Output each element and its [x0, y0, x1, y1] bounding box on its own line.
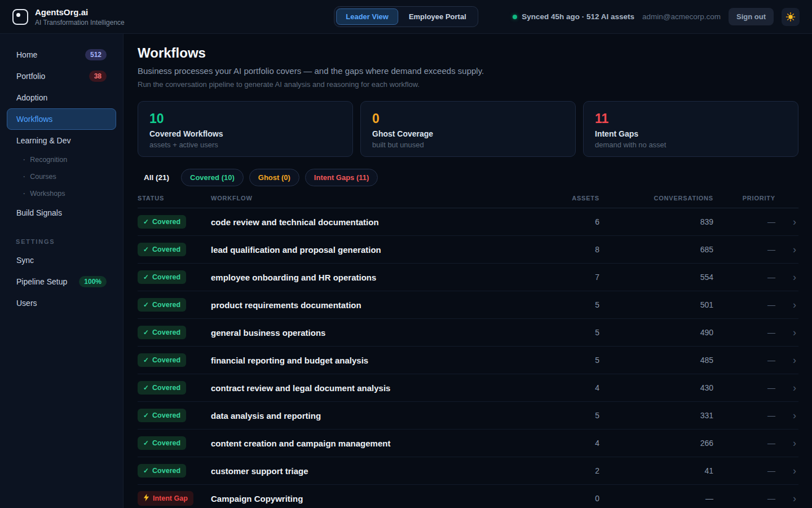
sidebar-item-label: Home [16, 50, 85, 59]
sidebar-item-workshops[interactable]: ·Workshops [7, 185, 116, 202]
assets-count: 6 [521, 217, 599, 226]
priority-value: — [713, 273, 775, 282]
sign-out-button[interactable]: Sign out [729, 8, 774, 25]
workflow-name: contract review and legal document analy… [211, 383, 521, 393]
chevron-right-icon[interactable]: › [775, 327, 798, 338]
filter-tab-all-21[interactable]: All (21) [138, 169, 175, 186]
assets-count: 7 [521, 273, 599, 282]
table-row[interactable]: Intent GapCampaign Copywriting0——› [138, 485, 798, 508]
status-cell: Intent Gap [138, 491, 211, 506]
sidebar-item-learning-dev[interactable]: Learning & Dev [7, 130, 116, 151]
filter-tab-intent-gaps-11[interactable]: Intent Gaps (11) [305, 169, 378, 186]
view-toggle: Leader View Employee Portal [334, 6, 478, 27]
table-row[interactable]: ✓Coveredcustomer support triage241—› [138, 457, 798, 485]
status-badge-label: Covered [152, 218, 180, 226]
sidebar-item-users[interactable]: Users [7, 292, 116, 314]
sidebar-item-build-signals[interactable]: Build Signals [7, 202, 116, 224]
employee-portal-tab[interactable]: Employee Portal [399, 8, 476, 25]
page-hint: Run the conversation pipeline to generat… [138, 80, 798, 89]
check-icon: ✓ [143, 356, 149, 364]
stat-value: 10 [149, 111, 341, 126]
sidebar-item-label: Workshops [30, 190, 107, 198]
column-header-conversations: Conversations [599, 195, 713, 202]
check-icon: ✓ [143, 301, 149, 309]
sidebar-item-label: Courses [30, 173, 107, 181]
table-body: ✓Coveredcode review and technical docume… [138, 208, 798, 508]
status-badge: ✓Covered [138, 436, 186, 450]
sidebar-item-portfolio[interactable]: Portfolio38 [7, 65, 116, 87]
status-badge: ✓Covered [138, 326, 186, 339]
sync-status: Synced 45h ago · 512 AI assets [513, 12, 634, 21]
priority-value: — [713, 328, 775, 337]
table-row[interactable]: ✓Coveredlead qualification and proposal … [138, 236, 798, 264]
conversations-count: 430 [599, 383, 713, 392]
status-badge: ✓Covered [138, 215, 186, 229]
status-cell: ✓Covered [138, 326, 211, 339]
leader-view-tab[interactable]: Leader View [336, 8, 398, 25]
chevron-right-icon[interactable]: › [775, 355, 798, 365]
workflow-name: general business operations [211, 328, 521, 338]
check-icon: ✓ [143, 246, 149, 253]
sidebar-item-recognition[interactable]: ·Recognition [7, 151, 116, 168]
table-row[interactable]: ✓Coveredcontract review and legal docume… [138, 374, 798, 402]
workflow-name: data analysis and reporting [211, 411, 521, 421]
priority-value: — [713, 245, 775, 254]
assets-count: 4 [521, 439, 599, 448]
stat-card-covered-workflows: 10Covered Workflowsassets + active users [138, 101, 353, 157]
chevron-right-icon[interactable]: › [775, 217, 798, 227]
top-header: AgentsOrg.ai AI Transformation Intellige… [0, 0, 812, 34]
sidebar-item-label: Users [16, 299, 107, 308]
table-row[interactable]: ✓Coveredfinancial reporting and budget a… [138, 347, 798, 374]
chevron-right-icon[interactable]: › [775, 244, 798, 255]
priority-value: — [713, 466, 775, 475]
table-row[interactable]: ✓Coveredgeneral business operations5490—… [138, 319, 798, 347]
chevron-right-icon[interactable]: › [775, 466, 798, 476]
sidebar-item-home[interactable]: Home512 [7, 44, 116, 65]
bullet-icon: · [23, 190, 25, 198]
status-cell: ✓Covered [138, 298, 211, 312]
assets-count: 8 [521, 245, 599, 254]
priority-value: — [713, 217, 775, 226]
sidebar-item-sync[interactable]: Sync [7, 249, 116, 271]
status-badge-label: Covered [152, 467, 180, 475]
conversations-count: 485 [599, 356, 713, 365]
chevron-right-icon[interactable]: › [775, 410, 798, 421]
sidebar-item-pipeline-setup[interactable]: Pipeline Setup100% [7, 271, 116, 292]
priority-value: — [713, 439, 775, 448]
status-badge: ✓Covered [138, 270, 186, 284]
conversations-count: 501 [599, 300, 713, 309]
status-badge-label: Covered [152, 273, 180, 281]
sidebar-item-workflows[interactable]: Workflows [7, 108, 116, 130]
check-icon: ✓ [143, 329, 149, 336]
app-logo-icon [12, 9, 28, 25]
table-row[interactable]: ✓Coveredemployee onboarding and HR opera… [138, 264, 798, 291]
stat-sublabel: assets + active users [149, 141, 341, 149]
workflow-name: financial reporting and budget analysis [211, 356, 521, 365]
chevron-right-icon[interactable]: › [775, 272, 798, 282]
assets-count: 5 [521, 300, 599, 309]
chevron-right-icon[interactable]: › [775, 493, 798, 503]
stat-sublabel: built but unused [372, 141, 564, 149]
chevron-right-icon[interactable]: › [775, 438, 798, 448]
table-row[interactable]: ✓Coveredcontent creation and campaign ma… [138, 430, 798, 457]
filter-tab-ghost-0[interactable]: Ghost (0) [249, 169, 299, 186]
table-row[interactable]: ✓Covereddata analysis and reporting5331—… [138, 402, 798, 430]
chevron-right-icon[interactable]: › [775, 383, 798, 393]
status-cell: ✓Covered [138, 436, 211, 450]
chevron-right-icon[interactable]: › [775, 300, 798, 310]
check-icon: ✓ [143, 273, 149, 281]
theme-toggle-button[interactable] [782, 8, 800, 26]
status-badge-label: Covered [152, 356, 180, 364]
table-row[interactable]: ✓Coveredproduct requirements documentati… [138, 291, 798, 319]
column-header-assets: Assets [521, 195, 599, 202]
status-cell: ✓Covered [138, 353, 211, 367]
app-title: AgentsOrg.ai [35, 7, 125, 17]
sidebar-item-adoption[interactable]: Adoption [7, 87, 116, 108]
main-content: Workflows Business processes your AI por… [123, 34, 812, 508]
table-row[interactable]: ✓Coveredcode review and technical docume… [138, 208, 798, 236]
assets-count: 5 [521, 328, 599, 337]
lightning-icon [143, 494, 149, 503]
filter-tab-covered-10[interactable]: Covered (10) [181, 169, 244, 186]
sidebar-item-courses[interactable]: ·Courses [7, 168, 116, 185]
column-header-status: Status [138, 195, 211, 202]
